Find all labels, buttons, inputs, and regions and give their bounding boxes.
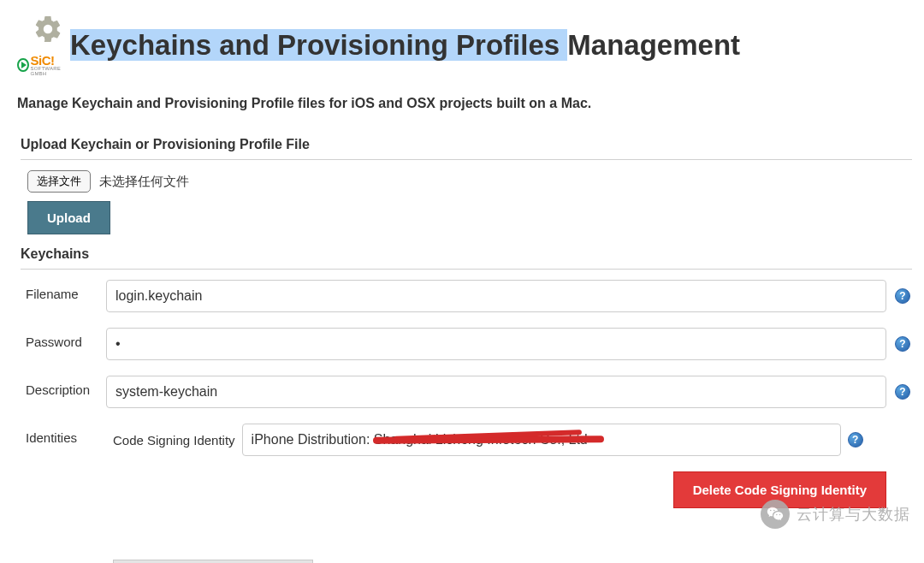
password-label: Password xyxy=(21,328,106,349)
gear-icon xyxy=(33,14,63,48)
logo-region: SiC! SOFTWARE GMBH xyxy=(17,14,68,68)
watermark-text: 云计算与大数据 xyxy=(797,504,910,524)
title-rest: Management xyxy=(567,29,740,61)
divider xyxy=(21,159,912,160)
upload-section-title: Upload Keychain or Provisioning Profile … xyxy=(21,137,912,152)
file-status-text: 未选择任何文件 xyxy=(99,174,189,190)
page-title: Keychains and Provisioning Profiles Mana… xyxy=(70,29,740,62)
choose-file-button[interactable]: 选择文件 xyxy=(27,170,91,193)
code-signing-identity-label: Code Signing Identity xyxy=(113,433,235,447)
help-icon[interactable]: ? xyxy=(848,432,863,447)
sic-brand-logo: SiC! SOFTWARE GMBH xyxy=(17,53,68,76)
title-selection: Keychains and Provisioning Profiles xyxy=(70,29,567,61)
password-field[interactable] xyxy=(106,328,886,360)
keychains-section-title: Keychains xyxy=(21,246,912,262)
watermark: 云计算与大数据 xyxy=(761,500,910,529)
help-icon[interactable]: ? xyxy=(895,288,910,304)
identities-label: Identities xyxy=(21,424,106,445)
upload-button[interactable]: Upload xyxy=(27,201,110,234)
add-code-signing-identity-button[interactable]: Add Code Signing Identity xyxy=(113,560,313,563)
help-icon[interactable]: ? xyxy=(895,384,910,400)
page-subtitle: Manage Keychain and Provisioning Profile… xyxy=(17,96,591,111)
filename-field[interactable] xyxy=(106,280,886,312)
divider xyxy=(21,269,912,270)
description-field[interactable] xyxy=(106,376,886,408)
code-signing-identity-field[interactable]: iPhone Distribution: Shanghai Licheng In… xyxy=(242,424,841,456)
upload-section: Upload Keychain or Provisioning Profile … xyxy=(21,137,912,234)
filename-label: Filename xyxy=(21,280,106,301)
wechat-icon xyxy=(761,500,790,529)
help-icon[interactable]: ? xyxy=(895,336,910,352)
brand-sub: SOFTWARE GMBH xyxy=(31,66,68,76)
description-label: Description xyxy=(21,376,106,397)
